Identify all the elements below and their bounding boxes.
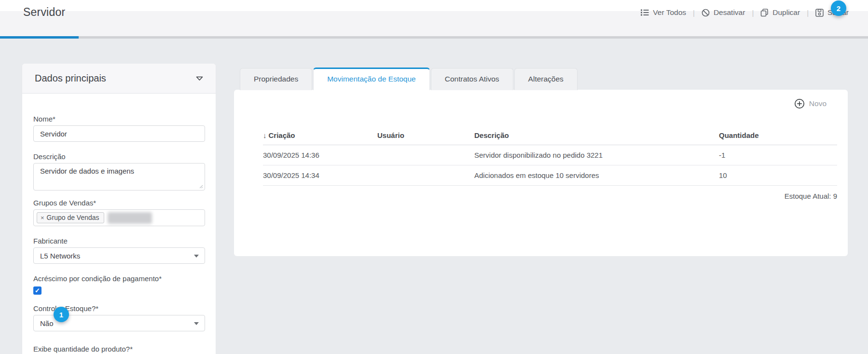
save-step-badge: 2 xyxy=(831,0,846,16)
fabricante-value: L5 Networks xyxy=(40,252,80,260)
plus-circle-icon xyxy=(794,98,805,109)
grupo-de-vendas-tag: × Grupo de Vendas xyxy=(37,212,104,223)
col-quantidade[interactable]: Quantidade xyxy=(719,131,837,144)
field-exibe-quantidade: Exibe quantidade do produto?* ✓ xyxy=(33,345,205,354)
movimentacao-panel: Novo ↓Criação Usuário Descrição Quantida… xyxy=(234,90,848,256)
field-fabricante: Fabricante L5 Networks xyxy=(33,237,205,264)
descricao-label: Descrição xyxy=(33,152,205,161)
exibe-label: Exibe quantidade do produto?* xyxy=(33,345,205,353)
field-descricao: Descrição Servidor de dados e imagens xyxy=(33,152,205,191)
cell-quantidade: -1 xyxy=(719,151,837,159)
cell-quantidade: 10 xyxy=(719,171,837,179)
field-acrescimo: Acréscimo por condição de pagamento* ✓ xyxy=(33,274,205,295)
progress-track xyxy=(0,36,868,39)
cell-descricao: Servidor disponibilizado no pedido 3221 xyxy=(474,151,719,159)
duplicate-icon xyxy=(760,9,769,17)
fabricante-select[interactable]: L5 Networks xyxy=(33,247,205,264)
stock-movement-table: ↓Criação Usuário Descrição Quantidade 30… xyxy=(263,130,837,200)
controlar-value: Não xyxy=(40,319,54,327)
disable-icon xyxy=(702,9,710,17)
duplicar-button[interactable]: Duplicar xyxy=(760,8,800,17)
nome-input[interactable]: Servidor xyxy=(33,125,205,142)
collapse-chevron-icon[interactable] xyxy=(196,76,203,81)
save-icon xyxy=(815,9,824,17)
grupos-tags-input[interactable]: × Grupo de Vendas xyxy=(33,209,205,226)
novo-label: Novo xyxy=(809,99,827,108)
chevron-down-icon xyxy=(194,322,199,325)
table-row[interactable]: 30/09/2025 14:34 Adicionados em estoque … xyxy=(263,165,837,186)
cell-criacao: 30/09/2025 14:34 xyxy=(263,171,377,179)
ver-todos-button[interactable]: Ver Todos xyxy=(640,8,686,17)
cell-criacao: 30/09/2025 14:36 xyxy=(263,151,377,159)
table-row[interactable]: 30/09/2025 14:36 Servidor disponibilizad… xyxy=(263,145,837,165)
tab-movimentacao-de-estoque[interactable]: Movimentação de Estoque xyxy=(313,68,430,90)
check-icon: ✓ xyxy=(35,287,40,294)
field-nome: Nome* Servidor xyxy=(33,115,205,142)
desativar-button[interactable]: Desativar xyxy=(702,8,745,17)
acrescimo-checkbox[interactable]: ✓ xyxy=(33,286,41,295)
descricao-textarea[interactable]: Servidor de dados e imagens xyxy=(33,163,205,191)
content-tabs: Propriedades Movimentação de Estoque Con… xyxy=(240,68,579,90)
redacted-tag xyxy=(108,212,152,224)
chevron-down-icon xyxy=(194,255,199,258)
duplicar-label: Duplicar xyxy=(772,8,800,17)
page-root: Servidor Ver Todos | Desativar | Duplica… xyxy=(0,0,868,354)
grupos-label: Grupos de Vendas* xyxy=(33,199,205,207)
sort-desc-icon[interactable]: ↓ xyxy=(263,131,267,139)
header-actions: Ver Todos | Desativar | Duplicar | Salva… xyxy=(640,0,849,25)
fabricante-label: Fabricante xyxy=(33,237,205,245)
dados-principais-header: Dados principais xyxy=(22,64,216,94)
page-title: Servidor xyxy=(23,6,65,19)
tag-remove-icon[interactable]: × xyxy=(41,214,44,221)
desativar-label: Desativar xyxy=(714,8,745,17)
controlar-step-badge: 1 xyxy=(54,307,69,322)
acrescimo-label: Acréscimo por condição de pagamento* xyxy=(33,274,205,283)
field-grupos-de-vendas: Grupos de Vendas* × Grupo de Vendas xyxy=(33,199,205,226)
cell-descricao: Adicionados em estoque 10 servidores xyxy=(474,171,719,179)
tag-label: Grupo de Vendas xyxy=(47,214,99,221)
descricao-text: Servidor de dados e imagens xyxy=(40,167,134,175)
action-separator: | xyxy=(752,9,754,17)
dados-principais-body: Nome* Servidor Descrição Servidor de dad… xyxy=(22,94,216,354)
tab-contratos-ativos[interactable]: Contratos Ativos xyxy=(431,68,513,90)
col-usuario[interactable]: Usuário xyxy=(377,131,474,144)
list-icon xyxy=(640,9,649,16)
estoque-atual-summary: Estoque Atual: 9 xyxy=(263,192,837,200)
dados-principais-panel: Dados principais Nome* Servidor Descriçã… xyxy=(22,64,216,354)
table-header-row: ↓Criação Usuário Descrição Quantidade xyxy=(263,130,837,145)
action-separator: | xyxy=(807,9,809,17)
resize-handle-icon[interactable] xyxy=(199,185,203,189)
progress-fill xyxy=(0,36,79,39)
col-criacao[interactable]: ↓Criação xyxy=(263,131,377,144)
action-separator: | xyxy=(693,9,695,17)
novo-button[interactable]: Novo xyxy=(794,98,827,109)
tab-alteracoes[interactable]: Alterações xyxy=(514,68,578,90)
ver-todos-label: Ver Todos xyxy=(653,8,686,17)
nome-label: Nome* xyxy=(33,115,205,123)
panel-title: Dados principais xyxy=(35,73,106,84)
tab-propriedades[interactable]: Propriedades xyxy=(240,68,312,90)
col-descricao[interactable]: Descrição xyxy=(474,131,719,144)
